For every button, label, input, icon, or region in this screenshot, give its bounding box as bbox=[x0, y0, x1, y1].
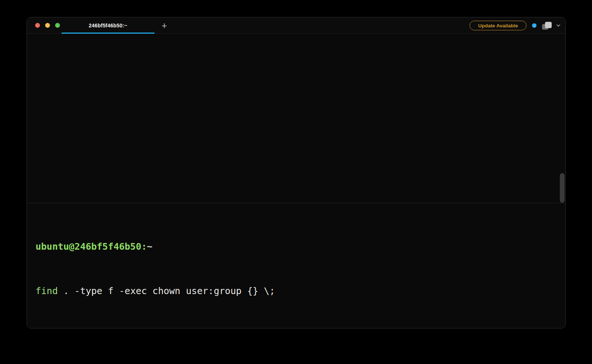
desktop-background: 246bf5f46b50:~ + Update Available bbox=[0, 0, 592, 364]
new-tab-button[interactable]: + bbox=[156, 17, 173, 34]
update-available-label: Update Available bbox=[478, 23, 518, 28]
chevron-down-icon[interactable] bbox=[556, 23, 561, 28]
command-line: find . -type f -exec chown user:group {}… bbox=[36, 284, 565, 299]
prompt-path: ~ bbox=[147, 241, 152, 252]
command-args: . -type f -exec chown user:group {} \; bbox=[58, 286, 275, 296]
minimize-button[interactable] bbox=[45, 23, 50, 28]
tab-title: 246bf5f46b50:~ bbox=[89, 23, 127, 28]
blocks-icon-front-square bbox=[545, 22, 552, 28]
close-button[interactable] bbox=[35, 23, 40, 28]
command-program: find bbox=[36, 286, 58, 296]
scrollbar-thumb[interactable] bbox=[560, 173, 565, 203]
terminal-window: 246bf5f46b50:~ + Update Available bbox=[27, 17, 566, 328]
titlebar: 246bf5f46b50:~ + Update Available bbox=[27, 17, 565, 34]
traffic-lights bbox=[27, 23, 60, 28]
tab-active[interactable]: 246bf5f46b50:~ bbox=[61, 17, 155, 34]
prompt-line: ubuntu@246bf5f46b50:~ bbox=[36, 239, 565, 254]
command-input-block[interactable]: ubuntu@246bf5f46b50:~ find . -type f -ex… bbox=[27, 203, 565, 328]
notification-dot-icon bbox=[532, 23, 536, 28]
terminal-output-area[interactable] bbox=[27, 34, 565, 203]
prompt-user-host: ubuntu@246bf5f46b50: bbox=[36, 241, 147, 252]
update-available-button[interactable]: Update Available bbox=[470, 21, 527, 30]
plus-icon: + bbox=[162, 21, 167, 30]
blocks-icon[interactable] bbox=[542, 22, 552, 30]
zoom-button[interactable] bbox=[55, 23, 60, 28]
titlebar-right-controls: Update Available bbox=[470, 17, 561, 34]
